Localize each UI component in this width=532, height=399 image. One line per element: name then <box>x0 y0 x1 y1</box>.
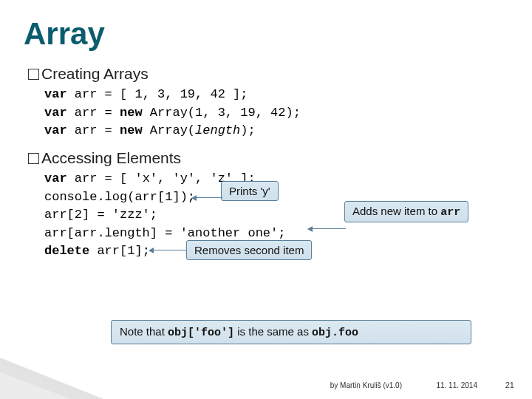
corner-decoration-icon <box>0 372 71 399</box>
slide-title: Array <box>24 16 508 52</box>
keyword: new <box>120 106 143 120</box>
code-text: arr = <box>67 106 120 120</box>
code-text: Array(1, 3, 19, 42); <box>143 106 301 120</box>
code-text: arr = <box>67 123 120 137</box>
code-accessing-container: var arr = [ 'x', 'y', 'z' ]; console.log… <box>24 170 508 261</box>
callout-text: Prints 'y' <box>229 185 270 197</box>
callout-text: Adds new item to <box>352 205 440 217</box>
footer-page-number: 21 <box>505 381 514 389</box>
code-text: arr = [ 1, 3, 19, 42 ]; <box>67 87 248 101</box>
code-text: Array( <box>143 123 195 137</box>
keyword: var <box>44 87 67 101</box>
code-block-creating: var arr = [ 1, 3, 19, 42 ]; var arr = ne… <box>44 86 508 140</box>
bullet-lead: Creating <box>41 65 100 82</box>
code-text: ); <box>240 123 255 137</box>
keyword: new <box>120 123 143 137</box>
callout-prints-y: Prints 'y' <box>221 181 279 201</box>
bullet-rest: Elements <box>112 149 181 166</box>
bullet-creating: Creating Arrays <box>28 65 508 83</box>
keyword: var <box>44 171 67 185</box>
code-text: arr[2] = 'zzz'; <box>44 208 157 222</box>
callout-mono: arr <box>440 206 460 219</box>
keyword: delete <box>44 244 89 258</box>
note-bar: Note that obj['foo'] is the same as obj.… <box>111 320 471 344</box>
note-mono: obj['foo'] <box>168 327 234 339</box>
footer-date: 11. 11. 2014 <box>436 381 477 389</box>
bullet-rest: Arrays <box>100 65 148 82</box>
keyword: var <box>44 123 67 137</box>
callout-text: Removes second item <box>194 244 304 256</box>
bullet-marker-icon <box>28 69 39 80</box>
note-mono: obj.foo <box>312 327 358 339</box>
callout-removes-item: Removes second item <box>186 240 312 260</box>
bullet-marker-icon <box>28 153 39 164</box>
code-italic: length <box>195 123 240 137</box>
note-text: is the same as <box>234 325 312 338</box>
callout-adds-new-item: Adds new item to arr <box>344 201 468 222</box>
footer-author: by Martin Kruliš (v1.0) <box>330 381 402 389</box>
arrow-icon <box>196 197 222 198</box>
arrow-icon <box>153 250 187 250</box>
code-text: arr[arr.length] = 'another one'; <box>44 226 285 240</box>
code-text: console.log(arr[1]); <box>44 190 195 204</box>
keyword: var <box>44 106 67 120</box>
arrow-icon <box>312 228 346 229</box>
bullet-lead: Accessing <box>41 149 112 166</box>
code-text: arr[1]; <box>89 244 150 258</box>
bullet-accessing: Accessing Elements <box>28 149 508 167</box>
note-text: Note that <box>120 325 168 338</box>
